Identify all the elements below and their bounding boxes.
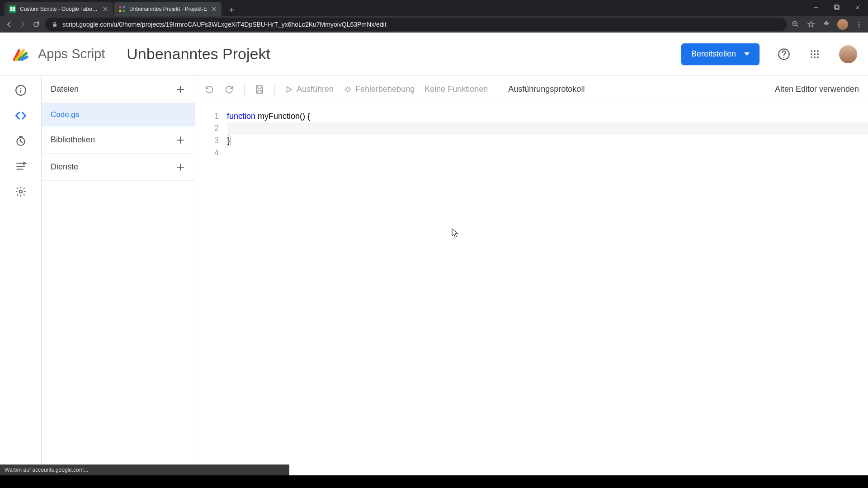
status-bar: Warten auf accounts.google.com... (0, 465, 289, 475)
code-line (227, 122, 868, 135)
maximize-button[interactable] (826, 0, 847, 14)
undo-button[interactable] (204, 84, 214, 94)
close-icon[interactable] (102, 6, 108, 12)
svg-point-29 (19, 190, 22, 193)
execution-log-button[interactable]: Ausführungsprotokoll (508, 84, 585, 94)
account-avatar[interactable] (839, 45, 857, 63)
window-controls (806, 0, 868, 14)
debug-label: Fehlerbehebung (355, 84, 415, 94)
use-old-editor-link[interactable]: Alten Editor verwenden (775, 84, 859, 94)
file-item[interactable]: Code.gs (42, 103, 195, 127)
function-selector[interactable]: Keine Funktionen (425, 84, 488, 94)
svg-point-14 (859, 26, 860, 28)
svg-point-23 (814, 56, 816, 58)
settings-icon[interactable] (14, 185, 27, 198)
url-field[interactable]: script.google.com/u/0/home/projects/19Ir… (45, 18, 787, 31)
app-header: Apps Script Unbenanntes Projekt Bereitst… (0, 33, 868, 76)
add-library-button[interactable] (175, 135, 186, 145)
svg-point-12 (859, 22, 860, 23)
lock-icon (52, 21, 58, 28)
svg-point-17 (814, 50, 816, 52)
svg-point-19 (811, 53, 812, 55)
svg-point-4 (119, 6, 122, 9)
deploy-label: Bereitstellen (691, 49, 736, 59)
redo-button[interactable] (224, 84, 234, 94)
zoom-icon[interactable] (791, 20, 800, 29)
reload-button[interactable] (32, 20, 41, 29)
apps-script-logo-icon (11, 45, 29, 63)
new-tab-button[interactable] (225, 4, 238, 16)
browser-tab[interactable]: Custom Scripts - Google Tabellen (5, 2, 113, 16)
divider (244, 83, 245, 96)
svg-rect-9 (835, 6, 839, 9)
svg-point-21 (817, 53, 819, 55)
apps-grid-icon[interactable] (808, 48, 821, 61)
svg-point-5 (123, 6, 125, 9)
svg-point-24 (817, 56, 819, 58)
files-section-header: Dateien (42, 76, 195, 103)
chevron-down-icon (744, 52, 750, 56)
url-text: script.google.com/u/0/home/projects/19Ir… (62, 21, 387, 28)
apps-script-icon (118, 5, 126, 13)
back-button[interactable] (5, 20, 14, 29)
editor-toolbar: Ausführen Fehlerbehebung Keine Funktione… (195, 76, 868, 103)
close-window-button[interactable] (847, 0, 868, 14)
main-area: Dateien Code.gs Bibliotheken Dienste Aus… (0, 76, 868, 475)
services-section-header: Dienste (42, 154, 195, 181)
line-number: 4 (195, 147, 219, 159)
status-text: Warten auf accounts.google.com... (5, 467, 88, 473)
line-gutter: 1 2 3 4 (195, 110, 227, 475)
svg-rect-27 (20, 90, 21, 93)
code-line: } (227, 135, 868, 147)
address-bar: script.google.com/u/0/home/projects/19Ir… (0, 16, 868, 33)
bookmark-icon[interactable] (807, 20, 816, 29)
extensions-icon[interactable] (822, 20, 831, 29)
app-name: Apps Script (38, 47, 105, 61)
svg-point-6 (119, 10, 122, 12)
code-editor[interactable]: 1 2 3 4 function myFunction() { } (195, 103, 868, 475)
divider (274, 83, 275, 96)
svg-point-26 (20, 88, 21, 89)
svg-point-18 (817, 50, 819, 52)
divider (498, 83, 498, 96)
debug-button[interactable]: Fehlerbehebung (344, 84, 415, 94)
libraries-label: Bibliotheken (51, 135, 95, 145)
sheets-icon (9, 5, 16, 13)
minimize-button[interactable] (806, 0, 826, 14)
help-icon[interactable] (778, 48, 790, 61)
libraries-section-header: Bibliotheken (42, 127, 195, 154)
browser-tab[interactable]: Unbenanntes Projekt - Projekt-E (114, 2, 222, 16)
add-file-button[interactable] (175, 84, 186, 95)
run-label: Ausführen (297, 84, 334, 94)
run-button[interactable]: Ausführen (285, 84, 334, 94)
add-service-button[interactable] (175, 162, 186, 173)
profile-avatar[interactable] (837, 19, 848, 30)
forward-button[interactable] (18, 20, 27, 29)
files-label: Dateien (51, 84, 79, 94)
close-icon[interactable] (211, 6, 217, 12)
line-number: 3 (195, 135, 219, 147)
project-title[interactable]: Unbenanntes Projekt (127, 45, 270, 63)
deploy-button[interactable]: Bereitstellen (681, 43, 760, 65)
left-rail (0, 76, 42, 475)
triggers-icon[interactable] (14, 135, 27, 147)
menu-icon[interactable] (854, 20, 863, 29)
services-label: Dienste (51, 162, 78, 172)
line-number: 2 (195, 122, 219, 135)
browser-chrome: Custom Scripts - Google Tabellen Unbenan… (0, 0, 868, 33)
overview-icon[interactable] (14, 84, 27, 97)
executions-icon[interactable] (14, 160, 27, 173)
taskbar (0, 475, 868, 488)
editor-icon[interactable] (14, 109, 27, 122)
svg-point-22 (811, 56, 812, 58)
code-line: function myFunction() { (227, 110, 868, 122)
editor-column: Ausführen Fehlerbehebung Keine Funktione… (195, 76, 868, 475)
tab-title: Custom Scripts - Google Tabellen (20, 6, 99, 12)
svg-point-16 (811, 50, 812, 52)
save-button[interactable] (255, 84, 264, 94)
tab-title: Unbenanntes Projekt - Projekt-E (129, 6, 207, 12)
line-number: 1 (195, 110, 219, 122)
svg-point-13 (859, 24, 860, 25)
files-panel: Dateien Code.gs Bibliotheken Dienste (42, 76, 195, 475)
code-lines: function myFunction() { } (227, 110, 868, 475)
